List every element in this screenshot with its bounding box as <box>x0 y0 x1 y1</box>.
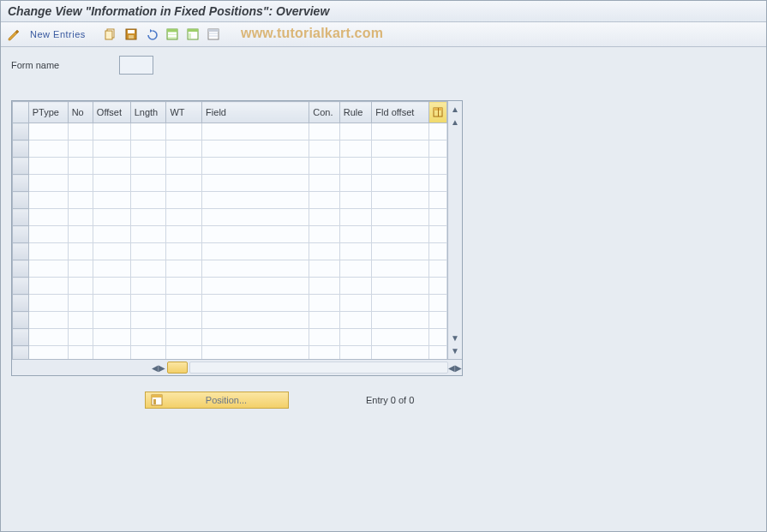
table-row[interactable] <box>13 278 447 295</box>
table-row[interactable] <box>13 260 447 278</box>
cell[interactable] <box>130 226 166 243</box>
row-selector-header[interactable] <box>13 102 29 123</box>
select-block-icon[interactable] <box>185 27 201 42</box>
cell[interactable] <box>93 140 130 158</box>
row-selector[interactable] <box>13 123 29 140</box>
table-row[interactable] <box>13 209 447 226</box>
cell[interactable] <box>372 158 429 175</box>
cell[interactable] <box>339 278 372 295</box>
cell[interactable] <box>372 243 429 260</box>
cell[interactable] <box>130 123 166 140</box>
cell[interactable] <box>202 140 309 158</box>
cell[interactable] <box>372 209 429 226</box>
cell[interactable] <box>339 158 372 175</box>
row-selector[interactable] <box>13 329 29 346</box>
vertical-scrollbar[interactable]: ▲ ▲ ▼ ▼ <box>447 101 462 359</box>
table-row[interactable] <box>13 312 447 329</box>
row-selector[interactable] <box>13 295 29 312</box>
cell[interactable] <box>68 312 93 329</box>
cell[interactable] <box>339 123 372 140</box>
copy-icon[interactable] <box>103 27 118 42</box>
cell[interactable] <box>309 158 339 175</box>
cell[interactable] <box>93 158 130 175</box>
cell[interactable] <box>339 226 372 243</box>
cell[interactable] <box>68 346 93 360</box>
cell[interactable] <box>339 329 372 346</box>
cell[interactable] <box>28 260 68 278</box>
cell[interactable] <box>130 209 166 226</box>
cell[interactable] <box>166 158 202 175</box>
cell[interactable] <box>28 158 68 175</box>
cell[interactable] <box>93 192 130 209</box>
row-selector[interactable] <box>13 346 29 360</box>
table-row[interactable] <box>13 295 447 312</box>
cell[interactable] <box>309 243 339 260</box>
table-row[interactable] <box>13 140 447 158</box>
cell[interactable] <box>28 226 68 243</box>
cell[interactable] <box>372 140 429 158</box>
cell[interactable] <box>93 312 130 329</box>
cell[interactable] <box>166 140 202 158</box>
cell[interactable] <box>339 260 372 278</box>
cell[interactable] <box>309 329 339 346</box>
cell[interactable] <box>202 209 309 226</box>
cell[interactable] <box>28 192 68 209</box>
cell[interactable] <box>28 312 68 329</box>
cell[interactable] <box>202 123 309 140</box>
cell[interactable] <box>68 329 93 346</box>
cell[interactable] <box>130 346 166 360</box>
cell[interactable] <box>68 158 93 175</box>
col-no[interactable]: No <box>68 102 93 123</box>
cell[interactable] <box>130 329 166 346</box>
horizontal-scrollbar[interactable]: ◀ ▶ ◀ ▶ <box>12 359 462 375</box>
cell[interactable] <box>93 260 130 278</box>
scroll-down-icon[interactable]: ▼ <box>449 344 462 357</box>
cell[interactable] <box>93 175 130 192</box>
cell[interactable] <box>202 226 309 243</box>
cell[interactable] <box>429 175 447 192</box>
cell[interactable] <box>339 209 372 226</box>
cell[interactable] <box>309 226 339 243</box>
cell[interactable] <box>309 346 339 360</box>
scroll-up-icon-2[interactable]: ▲ <box>449 116 462 129</box>
cell[interactable] <box>372 312 429 329</box>
cell[interactable] <box>202 329 309 346</box>
cell[interactable] <box>309 175 339 192</box>
cell[interactable] <box>68 209 93 226</box>
row-selector[interactable] <box>13 278 29 295</box>
cell[interactable] <box>429 312 447 329</box>
cell[interactable] <box>166 209 202 226</box>
cell[interactable] <box>93 209 130 226</box>
cell[interactable] <box>28 175 68 192</box>
cell[interactable] <box>130 243 166 260</box>
cell[interactable] <box>372 346 429 360</box>
cell[interactable] <box>68 295 93 312</box>
cell[interactable] <box>68 140 93 158</box>
col-rule[interactable]: Rule <box>339 102 372 123</box>
cell[interactable] <box>429 226 447 243</box>
cell[interactable] <box>339 175 372 192</box>
table-row[interactable] <box>13 329 447 346</box>
cell[interactable] <box>372 226 429 243</box>
cell[interactable] <box>309 295 339 312</box>
cell[interactable] <box>429 278 447 295</box>
cell[interactable] <box>130 192 166 209</box>
scroll-track[interactable] <box>189 362 448 374</box>
cell[interactable] <box>68 260 93 278</box>
cell[interactable] <box>68 243 93 260</box>
scroll-down-icon-2[interactable]: ▼ <box>449 332 462 344</box>
table-row[interactable] <box>13 346 447 360</box>
scroll-left-end-icon[interactable]: ◀ <box>448 363 455 373</box>
deselect-all-icon[interactable] <box>206 27 221 42</box>
col-offset[interactable]: Offset <box>93 102 130 123</box>
cell[interactable] <box>429 295 447 312</box>
cell[interactable] <box>339 312 372 329</box>
col-ptype[interactable]: PType <box>28 102 68 123</box>
cell[interactable] <box>372 192 429 209</box>
col-con[interactable]: Con. <box>309 102 339 123</box>
table-row[interactable] <box>13 243 447 260</box>
cell[interactable] <box>166 123 202 140</box>
table-row[interactable] <box>13 175 447 192</box>
cell[interactable] <box>68 175 93 192</box>
cell[interactable] <box>309 260 339 278</box>
